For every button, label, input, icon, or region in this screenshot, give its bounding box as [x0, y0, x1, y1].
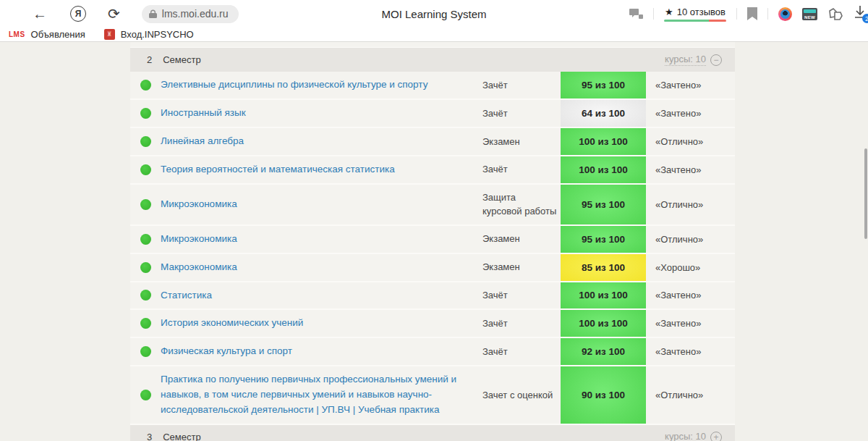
score-badge: 92 из 100 — [561, 338, 646, 365]
score-badge-cell: 95 из 100 — [561, 72, 646, 98]
course-row: Микроэкономика Экзамен 95 из 100 «Отличн… — [130, 226, 735, 254]
score-badge-cell: 100 из 100 — [561, 310, 646, 337]
grade-text: «Зачтено» — [646, 164, 735, 175]
url-text: lms.moi.edu.ru — [162, 8, 229, 20]
grade-text: «Зачтено» — [646, 80, 735, 91]
score-badge: 100 из 100 — [561, 156, 646, 183]
status-dot-cell — [130, 136, 161, 147]
download-count-badge: 2 — [862, 14, 868, 23]
bookmark-item-lms[interactable]: LMS Объявления — [9, 29, 85, 40]
yandex-home-button[interactable]: Я — [70, 6, 86, 22]
status-dot-cell — [130, 262, 161, 273]
browser-toolbar: ← Я ⟳ lms.moi.edu.ru MOI Learning System… — [0, 0, 868, 28]
status-dot-cell — [130, 108, 161, 119]
course-row: Статистика Зачёт 100 из 100 «Зачтено» — [130, 282, 735, 311]
semester-2-courses-toggle[interactable]: курсы: 10 − — [665, 54, 722, 66]
grade-text: «Отлично» — [646, 390, 735, 400]
expand-icon[interactable]: + — [710, 432, 722, 441]
exam-type: Экзамен — [482, 254, 561, 280]
exam-type: Экзамен — [482, 129, 561, 155]
course-row: История экономических учений Зачёт 100 и… — [130, 310, 735, 338]
collapse-icon[interactable]: − — [710, 54, 722, 66]
score-badge-cell: 100 из 100 — [561, 282, 646, 309]
semester-2-header: 2 Семестр курсы: 10 − — [130, 48, 735, 72]
grade-text: «Отлично» — [646, 136, 735, 147]
course-link[interactable]: Физическая культура и спорт — [161, 338, 482, 365]
bookmark-label: Объявления — [31, 29, 85, 40]
bookmark-item-inpsycho[interactable]: ♜ Вход.INPSYCHO — [104, 29, 194, 40]
exam-type: Зачёт — [482, 311, 561, 337]
status-dot-cell — [130, 80, 161, 91]
course-link[interactable]: Статистика — [161, 282, 482, 309]
status-dot-icon — [140, 390, 151, 400]
divider — [653, 8, 654, 20]
score-badge-cell: 100 из 100 — [561, 156, 646, 183]
status-dot-icon — [140, 199, 151, 210]
grade-text: «Отлично» — [646, 199, 735, 210]
grade-text: «Зачтено» — [646, 346, 735, 357]
course-row: Элективные дисциплины по физической куль… — [130, 72, 735, 100]
address-bar[interactable]: lms.moi.edu.ru — [142, 5, 239, 23]
exam-type: Зачёт — [482, 282, 561, 308]
collections-icon[interactable] — [827, 7, 843, 21]
status-dot-cell — [130, 346, 161, 357]
extension-new-label: NEW — [802, 15, 817, 20]
extension-new-icon[interactable]: NEW — [802, 8, 817, 20]
course-link[interactable]: Практика по получению первичных професси… — [161, 366, 482, 424]
score-badge: 85 из 100 — [561, 254, 646, 281]
grade-text: «Зачтено» — [646, 290, 735, 301]
extension-new-art — [804, 9, 816, 13]
status-dot-icon — [140, 234, 151, 245]
course-row: Теория вероятностей и математическая ста… — [130, 156, 735, 185]
course-link[interactable]: Линейная алгебра — [161, 128, 482, 155]
exam-type: Зачёт — [482, 101, 561, 127]
course-link[interactable]: Микроэкономика — [161, 226, 482, 253]
course-link[interactable]: Макроэкономика — [161, 254, 482, 281]
extension-inner — [780, 9, 790, 19]
semester-label: Семестр — [163, 432, 200, 441]
score-badge: 100 из 100 — [561, 128, 646, 155]
status-dot-icon — [140, 136, 151, 147]
grades-table: 2 Семестр курсы: 10 − Элективные дисципл… — [130, 42, 735, 441]
course-link[interactable]: Иностранный язык — [161, 100, 482, 127]
site-info-icon[interactable] — [629, 8, 643, 20]
bookmark-label: Вход.INPSYCHO — [121, 29, 194, 40]
course-row: Линейная алгебра Экзамен 100 из 100 «Отл… — [130, 128, 735, 156]
divider — [767, 8, 768, 20]
course-link[interactable]: История экономических учений — [161, 310, 482, 337]
vertical-scrollbar[interactable] — [864, 148, 867, 239]
grade-text: «Отлично» — [646, 234, 735, 245]
bookmark-icon[interactable] — [747, 7, 757, 20]
courses-count-link[interactable]: курсы: 10 — [665, 431, 706, 441]
semester-3-header: 3 Семестр курсы: 10 + — [130, 425, 735, 441]
site-rating[interactable]: ★ 10 отзывов — [664, 7, 726, 22]
course-row: Практика по получению первичных професси… — [130, 366, 735, 425]
course-link[interactable]: Микроэкономика — [161, 191, 482, 218]
divider — [736, 8, 737, 20]
download-button[interactable]: 2 — [854, 5, 868, 22]
course-row: Макроэкономика Экзамен 85 из 100 «Хорошо… — [130, 254, 735, 282]
status-dot-icon — [140, 290, 151, 301]
course-row: Иностранный язык Зачёт 64 из 100 «Зачтен… — [130, 100, 735, 128]
semester-3-courses-toggle[interactable]: курсы: 10 + — [665, 431, 722, 441]
extension-browser-icon[interactable] — [778, 7, 792, 21]
status-dot-cell — [130, 234, 161, 245]
row-partial-top — [130, 42, 735, 48]
score-badge-cell: 95 из 100 — [561, 185, 646, 224]
exam-type: Защита курсовой работы — [482, 185, 561, 224]
courses-count-link[interactable]: курсы: 10 — [665, 54, 706, 66]
score-badge-cell: 64 из 100 — [561, 100, 646, 127]
course-link[interactable]: Элективные дисциплины по физической куль… — [161, 72, 482, 98]
score-badge: 95 из 100 — [561, 185, 646, 224]
back-button[interactable]: ← — [33, 7, 47, 21]
refresh-button[interactable]: ⟳ — [108, 7, 120, 21]
lock-icon — [149, 9, 157, 19]
status-dot-icon — [140, 318, 151, 329]
status-dot-cell — [130, 199, 161, 210]
lms-favicon: LMS — [9, 30, 25, 38]
semester-label: Семестр — [163, 54, 200, 65]
status-dot-cell — [130, 390, 161, 400]
course-link[interactable]: Теория вероятностей и математическая ста… — [161, 156, 482, 183]
exam-type: Экзамен — [482, 226, 561, 252]
exam-type: Зачет с оценкой — [482, 382, 561, 408]
